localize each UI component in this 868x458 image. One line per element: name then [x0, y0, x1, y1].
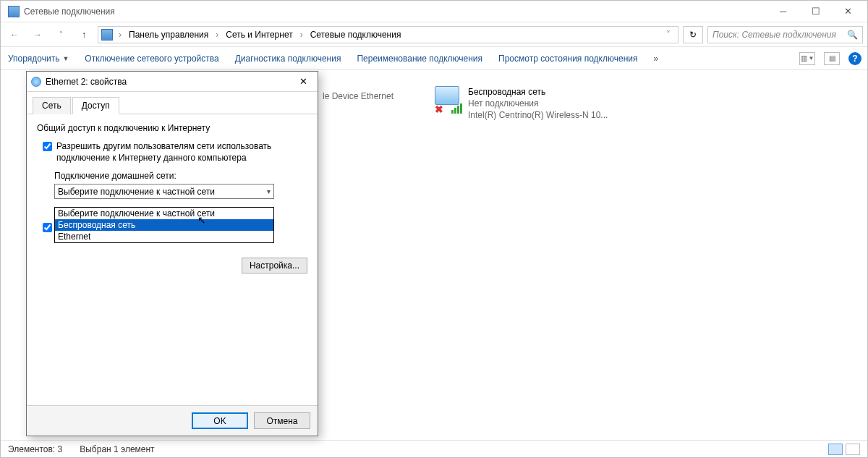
- window-title: Сетевые подключения: [24, 7, 767, 17]
- disconnected-x-icon: ✖: [435, 103, 443, 115]
- adapter-icon: [31, 77, 41, 87]
- chevron-right-icon: ›: [297, 30, 306, 40]
- allow-sharing-checkbox[interactable]: [43, 142, 52, 151]
- disable-device-button[interactable]: Отключение сетевого устройства: [83, 51, 220, 67]
- connection-device: Intel(R) Centrino(R) Wireless-N 10...: [468, 109, 608, 121]
- view-options-button[interactable]: ▥▼: [799, 52, 815, 65]
- properties-dialog: Ethernet 2: свойства ✕ Сеть Доступ Общий…: [26, 71, 318, 436]
- app-icon: [8, 6, 20, 17]
- maximize-button[interactable]: ☐: [799, 1, 832, 22]
- dropdown-option-placeholder[interactable]: Выберите подключение к частной сети: [55, 208, 273, 219]
- allow-control-checkbox[interactable]: [43, 223, 52, 232]
- breadcrumb-seg-3[interactable]: Сетевые подключения: [309, 30, 403, 40]
- cancel-button[interactable]: Отмена: [254, 412, 310, 429]
- homenet-label: Подключение домашней сети:: [54, 171, 307, 181]
- dialog-title: Ethernet 2: свойства: [46, 77, 293, 87]
- ok-button[interactable]: OK: [192, 412, 248, 429]
- up-button[interactable]: ↑: [75, 25, 93, 44]
- details-view-button[interactable]: [828, 444, 843, 455]
- connection-status: Нет подключения: [468, 98, 608, 109]
- search-placeholder: Поиск: Сетевые подключения: [712, 30, 836, 40]
- titlebar: Сетевые подключения ─ ☐ ✕: [1, 1, 867, 22]
- preview-pane-button[interactable]: ▤: [824, 52, 840, 65]
- connection-name: Беспроводная сеть: [468, 86, 608, 98]
- signal-bars-icon: [451, 103, 462, 114]
- overflow-button[interactable]: »: [652, 51, 660, 67]
- breadcrumb-seg-2[interactable]: Сеть и Интернет: [224, 30, 294, 40]
- tab-sharing[interactable]: Доступ: [72, 97, 119, 114]
- close-button[interactable]: ✕: [832, 1, 864, 22]
- wifi-adapter-icon: ✖: [435, 86, 464, 115]
- dropdown-option-ethernet[interactable]: Ethernet: [55, 231, 273, 242]
- location-icon: [101, 29, 113, 41]
- dialog-body: Общий доступ к подключению к Интернету Р…: [27, 114, 318, 405]
- diagnose-button[interactable]: Диагностика подключения: [234, 51, 343, 67]
- dialog-tabs: Сеть Доступ: [27, 92, 318, 114]
- chevron-down-icon: ▾: [267, 187, 271, 195]
- chevron-right-icon: ›: [213, 30, 221, 40]
- address-box[interactable]: › Панель управления › Сеть и Интернет › …: [98, 26, 678, 43]
- dialog-footer: OK Отмена: [27, 405, 318, 436]
- recent-button[interactable]: ˅: [51, 25, 70, 44]
- settings-button[interactable]: Настройка...: [242, 258, 307, 273]
- connection-item-wifi[interactable]: ✖ Беспроводная сеть Нет подключения Inte…: [435, 86, 608, 122]
- search-icon: 🔍: [847, 30, 858, 40]
- group-title: Общий доступ к подключению к Интернету: [37, 123, 307, 133]
- forward-button: →: [28, 25, 47, 44]
- search-input[interactable]: Поиск: Сетевые подключения 🔍: [707, 26, 863, 43]
- rename-button[interactable]: Переименование подключения: [355, 51, 484, 67]
- help-button[interactable]: ?: [848, 52, 861, 65]
- device-label: le Device Ethernet: [323, 90, 393, 102]
- connection-item-ethernet-partial[interactable]: le Device Ethernet: [323, 90, 393, 102]
- homenet-dropdown: Выберите подключение к частной сети Бесп…: [54, 207, 274, 243]
- status-bar: Элементов: 3 Выбран 1 элемент: [1, 440, 867, 457]
- chevron-down-icon: ▼: [62, 55, 69, 62]
- refresh-button[interactable]: ↻: [683, 26, 703, 43]
- breadcrumb-seg-1[interactable]: Панель управления: [127, 30, 210, 40]
- chevron-right-icon: ›: [116, 30, 124, 40]
- icons-view-button[interactable]: [846, 444, 860, 455]
- status-selected-count: Выбран 1 элемент: [80, 444, 154, 454]
- dialog-titlebar: Ethernet 2: свойства ✕: [27, 72, 318, 92]
- status-item-count: Элементов: 3: [8, 444, 62, 454]
- address-bar-row: ← → ˅ ↑ › Панель управления › Сеть и Инт…: [1, 22, 867, 47]
- allow-sharing-label: Разрешить другим пользователям сети испо…: [56, 140, 307, 164]
- tab-network[interactable]: Сеть: [33, 97, 71, 114]
- dialog-close-button[interactable]: ✕: [293, 74, 313, 90]
- view-status-button[interactable]: Просмотр состояния подключения: [497, 51, 639, 67]
- homenet-combo[interactable]: Выберите подключение к частной сети ▾: [54, 184, 274, 199]
- command-toolbar: Упорядочить▼ Отключение сетевого устройс…: [1, 47, 867, 70]
- back-button[interactable]: ←: [5, 25, 24, 44]
- combo-value: Выберите подключение к частной сети: [58, 187, 267, 197]
- minimize-button[interactable]: ─: [767, 1, 799, 22]
- dropdown-option-wireless[interactable]: Беспроводная сеть: [55, 219, 273, 231]
- organize-menu[interactable]: Упорядочить▼: [7, 51, 70, 67]
- address-dropdown-button[interactable]: ˅: [662, 30, 675, 40]
